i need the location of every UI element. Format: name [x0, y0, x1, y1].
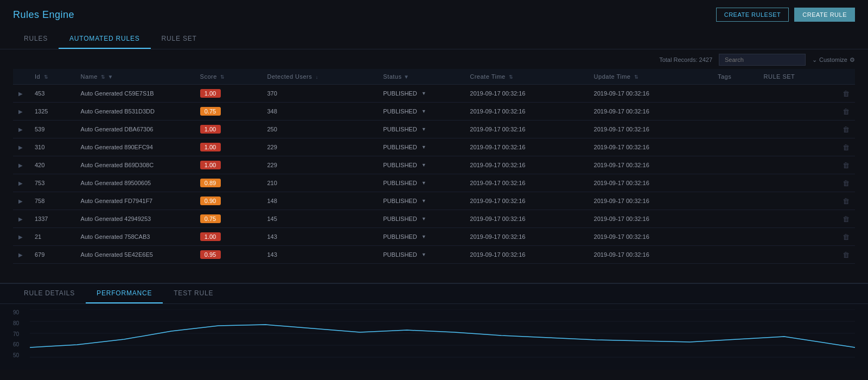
status-dropdown-icon[interactable]: ▼ [422, 198, 426, 204]
row-expand[interactable]: ▶ [13, 174, 29, 192]
row-tags [712, 85, 758, 103]
status-dropdown-icon[interactable]: ▼ [422, 91, 426, 96]
customize-button[interactable]: ⌄ Customize ⚙ [812, 56, 855, 64]
row-delete[interactable]: 🗑 [837, 174, 855, 192]
row-score: 1.00 [195, 156, 262, 174]
row-rule-set [758, 121, 837, 138]
expand-icon: ▶ [18, 162, 23, 168]
table-row[interactable]: ▶ 758 Auto Generated FD7941F7 0.90 148 P… [13, 192, 855, 210]
create-rule-button[interactable]: CREATE RULE [794, 8, 855, 22]
table-row[interactable]: ▶ 21 Auto Generated 758CAB3 1.00 143 PUB… [13, 228, 855, 246]
tab-performance[interactable]: PERFORMANCE [86, 284, 163, 303]
row-create-time: 2019-09-17 00:32:16 [464, 138, 588, 156]
delete-icon[interactable]: 🗑 [843, 215, 850, 223]
row-name: Auto Generated DBA67306 [75, 121, 195, 138]
status-cell: PUBLISHED▼ [383, 180, 459, 186]
row-id: 453 [29, 85, 75, 103]
table-row[interactable]: ▶ 420 Auto Generated B69D308C 1.00 229 P… [13, 156, 855, 174]
sort-icon-detected: ↓ [316, 74, 318, 80]
tab-rule-details[interactable]: RULE DETAILS [13, 284, 86, 303]
col-create-time[interactable]: Create Time ⇅ [464, 69, 588, 85]
row-tags [712, 228, 758, 246]
delete-icon[interactable]: 🗑 [843, 197, 850, 205]
status-dropdown-icon[interactable]: ▼ [422, 252, 426, 257]
col-score[interactable]: Score ⇅ [195, 69, 262, 85]
table-row[interactable]: ▶ 753 Auto Generated 89500605 0.89 210 P… [13, 174, 855, 192]
table-header-row: Id ⇅ Name ⇅ ▼ Score ⇅ Detected Users ↓ S… [13, 69, 855, 85]
row-update-time: 2019-09-17 00:32:16 [589, 121, 712, 138]
row-expand[interactable]: ▶ [13, 210, 29, 228]
status-cell: PUBLISHED▼ [383, 108, 459, 115]
header-buttons: CREATE RULESET CREATE RULE [716, 8, 855, 22]
delete-icon[interactable]: 🗑 [843, 125, 850, 134]
status-cell: PUBLISHED▼ [383, 144, 459, 150]
row-expand[interactable]: ▶ [13, 192, 29, 210]
row-expand[interactable]: ▶ [13, 85, 29, 103]
row-id: 310 [29, 138, 75, 156]
search-input[interactable] [719, 54, 806, 66]
delete-icon[interactable]: 🗑 [843, 107, 850, 116]
row-create-time: 2019-09-17 00:32:16 [464, 121, 588, 138]
row-expand[interactable]: ▶ [13, 138, 29, 156]
status-dropdown-icon[interactable]: ▼ [422, 162, 426, 168]
status-dropdown-icon[interactable]: ▼ [422, 216, 426, 221]
row-detected-users: 250 [261, 121, 378, 138]
row-delete[interactable]: 🗑 [837, 121, 855, 138]
status-dropdown-icon[interactable]: ▼ [422, 109, 426, 114]
row-id: 420 [29, 156, 75, 174]
delete-icon[interactable]: 🗑 [843, 179, 850, 187]
row-expand[interactable]: ▶ [13, 156, 29, 174]
row-delete[interactable]: 🗑 [837, 103, 855, 121]
row-delete[interactable]: 🗑 [837, 138, 855, 156]
row-rule-set [758, 85, 837, 103]
row-tags [712, 156, 758, 174]
score-badge: 0.89 [200, 179, 221, 187]
row-delete[interactable]: 🗑 [837, 228, 855, 246]
tab-rule-set[interactable]: RULE SET [151, 29, 208, 49]
status-dropdown-icon[interactable]: ▼ [422, 234, 426, 239]
table-row[interactable]: ▶ 1337 Auto Generated 42949253 0.75 145 … [13, 210, 855, 228]
table-row[interactable]: ▶ 539 Auto Generated DBA67306 1.00 250 P… [13, 121, 855, 138]
tab-automated-rules[interactable]: AUTOMATED RULES [59, 29, 151, 49]
sort-icon-create: ⇅ [509, 74, 514, 80]
table-row[interactable]: ▶ 453 Auto Generated C59E7S1B 1.00 370 P… [13, 85, 855, 103]
row-expand[interactable]: ▶ [13, 246, 29, 264]
delete-icon[interactable]: 🗑 [843, 143, 850, 151]
col-detected-users[interactable]: Detected Users ↓ [261, 69, 378, 85]
row-rule-set [758, 174, 837, 192]
create-ruleset-button[interactable]: CREATE RULESET [716, 8, 789, 22]
status-dropdown-icon[interactable]: ▼ [422, 180, 426, 186]
col-update-time[interactable]: Update Time ⇅ [589, 69, 712, 85]
tab-rules[interactable]: RULES [13, 29, 59, 49]
col-name[interactable]: Name ⇅ ▼ [75, 69, 195, 85]
row-delete[interactable]: 🗑 [837, 192, 855, 210]
row-status: PUBLISHED▼ [378, 103, 464, 121]
row-status: PUBLISHED▼ [378, 192, 464, 210]
row-expand[interactable]: ▶ [13, 121, 29, 138]
col-id[interactable]: Id ⇅ [29, 69, 75, 85]
row-name: Auto Generated B69D308C [75, 156, 195, 174]
row-delete[interactable]: 🗑 [837, 156, 855, 174]
row-delete[interactable]: 🗑 [837, 85, 855, 103]
expand-icon: ▶ [18, 252, 23, 258]
delete-icon[interactable]: 🗑 [843, 251, 850, 259]
row-score: 0.89 [195, 174, 262, 192]
tab-test-rule[interactable]: TeST RULE [163, 284, 224, 303]
row-rule-set [758, 246, 837, 264]
table-row[interactable]: ▶ 1325 Auto Generated B531D3DD 0.75 348 … [13, 103, 855, 121]
delete-icon[interactable]: 🗑 [843, 161, 850, 169]
status-dropdown-icon[interactable]: ▼ [422, 144, 426, 150]
table-row[interactable]: ▶ 679 Auto Generated 5E42E6E5 0.95 143 P… [13, 246, 855, 264]
row-delete[interactable]: 🗑 [837, 246, 855, 264]
status-dropdown-icon[interactable]: ▼ [422, 126, 426, 132]
table-row[interactable]: ▶ 310 Auto Generated 890EFC94 1.00 229 P… [13, 138, 855, 156]
row-id: 753 [29, 174, 75, 192]
row-expand[interactable]: ▶ [13, 103, 29, 121]
row-delete[interactable]: 🗑 [837, 210, 855, 228]
header: Rules Engine CREATE RULESET CREATE RULE [0, 0, 868, 29]
delete-icon[interactable]: 🗑 [843, 233, 850, 241]
delete-icon[interactable]: 🗑 [843, 90, 850, 98]
row-expand[interactable]: ▶ [13, 228, 29, 246]
customize-label: Customize [819, 56, 847, 63]
expand-icon: ▶ [18, 126, 23, 132]
